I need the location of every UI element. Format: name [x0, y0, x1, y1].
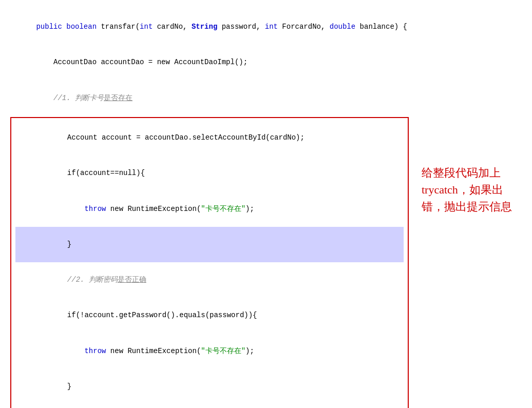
throw-end1: );	[245, 205, 254, 213]
account-code: Account account = accountDao.selectAccou…	[50, 133, 305, 142]
throw-line2: throw new RuntimeException("卡号不存在");	[15, 334, 404, 369]
annotation-text: 给整段代码加上trycatch，如果出错，抛出提示信息	[422, 164, 524, 215]
class-string: String	[192, 23, 222, 31]
closing-brace1: }	[50, 240, 71, 248]
throw-end2: );	[245, 347, 254, 355]
keyword-boolean: boolean	[66, 23, 101, 31]
if-null-code1: if(account==null){	[50, 169, 145, 177]
method-signature-line: public boolean transfar(int cardNo, Stri…	[10, 9, 414, 45]
closing-brace2: }	[50, 382, 71, 391]
closing-brace-line1: }	[15, 227, 404, 262]
comment3-line: //3. 判断对方卡号对不对	[15, 404, 404, 408]
code-container: public boolean transfar(int cardNo, Stri…	[10, 5, 414, 408]
comment1-line: //1. 判断卡号是否存在	[10, 81, 414, 116]
keyword-int2: int	[265, 23, 282, 31]
if-null-line1: if(account==null){	[15, 156, 404, 191]
red-bordered-block: Account account = accountDao.selectAccou…	[10, 117, 409, 408]
comment2: //2. 判断密码是否正确	[50, 276, 146, 284]
comment1: //1. 判断卡号是否存在	[36, 94, 132, 102]
accountdao-code: AccountDao accountDao = new AccountDaoIm…	[36, 58, 248, 66]
throw-indent2	[50, 347, 84, 355]
param-password: password,	[222, 23, 265, 31]
keyword-double: double	[330, 23, 360, 31]
param-forcardno: ForcardNo,	[282, 23, 329, 31]
throw-line1: throw new RuntimeException("卡号不存在");	[15, 191, 404, 226]
comment2-line: //2. 判断密码是否正确	[15, 262, 404, 298]
throw-indent1	[50, 205, 84, 213]
code-panel: public boolean transfar(int cardNo, Stri…	[0, 0, 414, 408]
param-banlance: banlance) {	[360, 23, 407, 31]
accountdao-line: AccountDao accountDao = new AccountDaoIm…	[10, 45, 414, 80]
string-card-not-exist1: "卡号不存在"	[201, 205, 245, 213]
closing-brace-line2: }	[15, 369, 404, 404]
throw-code1: new RuntimeException(	[110, 205, 201, 213]
param-cardno: cardNo,	[157, 23, 192, 31]
if-password-line: if(!account.getPassword().equals(passwor…	[15, 298, 404, 333]
throw-code2: new RuntimeException(	[110, 347, 201, 355]
keyword-throw1: throw	[84, 205, 110, 213]
keyword-throw2: throw	[84, 347, 110, 355]
account-select-line: Account account = accountDao.selectAccou…	[15, 120, 404, 156]
keyword-int: int	[140, 23, 157, 31]
annotation-panel: 给整段代码加上trycatch，如果出错，抛出提示信息	[414, 0, 532, 408]
if-password-code: if(!account.getPassword().equals(passwor…	[50, 311, 257, 319]
keyword-public: public	[36, 23, 66, 31]
string-card-not-exist2: "卡号不存在"	[201, 347, 245, 355]
method-name: transfar(	[101, 23, 140, 31]
